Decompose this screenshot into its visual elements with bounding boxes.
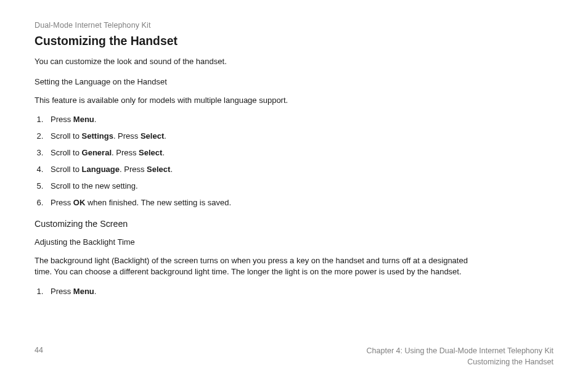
section-language-note: This feature is available only for model… [35, 95, 478, 106]
section-screen-heading: Customizing the Screen [35, 218, 528, 229]
page-title: Customizing the Handset [35, 33, 512, 48]
list-item: Scroll to the new setting. [46, 181, 553, 190]
list-item: Press OK when finished. The new setting … [46, 198, 553, 207]
footer-section: Customizing the Handset [467, 358, 553, 366]
section-backlight-heading: Adjusting the Backlight Time [35, 237, 533, 247]
backlight-paragraph: The background light (Backlight) of the … [35, 255, 478, 277]
section-language-heading: Setting the Language on the Handset [35, 77, 533, 86]
backlight-steps: Press Menu. [35, 287, 553, 296]
language-steps: Press Menu. Scroll to Settings. Press Se… [35, 115, 553, 207]
page: Dual-Mode Internet Telephony Kit Customi… [0, 0, 588, 381]
page-footer: 44 Chapter 4: Using the Dual-Mode Intern… [35, 346, 553, 367]
list-item: Press Menu. [46, 287, 553, 296]
page-number: 44 [35, 346, 43, 354]
list-item: Press Menu. [46, 115, 553, 124]
intro-text: You can customize the look and sound of … [35, 57, 553, 66]
list-item: Scroll to Language. Press Select. [46, 165, 553, 174]
product-header: Dual-Mode Internet Telephony Kit [35, 21, 553, 30]
list-item: Scroll to Settings. Press Select. [46, 131, 553, 141]
footer-chapter: Chapter 4: Using the Dual-Mode Internet … [367, 346, 553, 355]
footer-right: Chapter 4: Using the Dual-Mode Internet … [367, 346, 553, 367]
list-item: Scroll to General. Press Select. [46, 148, 553, 157]
